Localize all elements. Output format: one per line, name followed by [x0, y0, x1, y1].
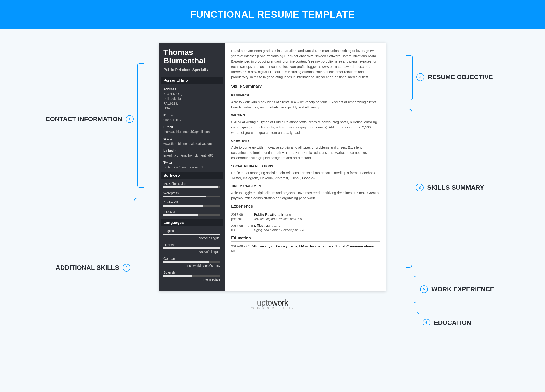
software-skill: MS Office Suite [163, 182, 220, 188]
callout-work: 5 WORK EXPERIENCE [420, 285, 494, 293]
footer: uptowork YOUR RESUME BUILDER [0, 291, 545, 316]
skill-block: WRITINGSkilled at writing all types of P… [231, 114, 380, 135]
exp-role: Office Assistant [254, 224, 380, 228]
person-name: Thomas Blumenthal [163, 48, 220, 65]
callout-number: 4 [123, 264, 130, 271]
skill-title: TIME MANAGEMENT [231, 184, 380, 188]
exp-org: Ogilvy and Mather, Philadelphia, PA [254, 228, 380, 232]
callout-label: CONTACT INFORMATION [45, 115, 122, 123]
edu-degree: University of Pennsylvania, MA in Journa… [254, 244, 380, 248]
label: Address [163, 87, 220, 92]
label: WWW [163, 137, 220, 141]
label: LinkedIn [163, 148, 220, 153]
language-skill: EnglishNative/bilingual [163, 229, 220, 240]
value: twitter.com/thommybloom81 [163, 165, 220, 170]
callout-contact: CONTACT INFORMATION 1 [45, 115, 134, 123]
callout-objective: 2 RESUME OBJECTIVE [416, 73, 493, 81]
skill-block: SOCIAL MEDIA RELATIONSProficient at mana… [231, 164, 380, 181]
skill-text: Skilled at writing all types of Public R… [231, 119, 380, 135]
bracket [410, 276, 416, 303]
lang-bar [163, 261, 220, 263]
lang-name: German [163, 257, 220, 260]
lang-bar [163, 247, 220, 249]
sidebar: Thomas Blumenthal Public Relations Speci… [159, 43, 225, 291]
bracket [137, 63, 143, 188]
exp-date: 2015-06 - 2015-08 [231, 224, 254, 233]
person-title: Public Relations Specialist [163, 67, 220, 72]
callout-label: WORK EXPERIENCE [432, 286, 494, 293]
info-address: Address 713 N 4th St, Philadelphia, PA 1… [163, 87, 220, 111]
callout-number: 6 [423, 319, 430, 325]
skill-text: Proficient at managing social media rela… [231, 170, 380, 181]
skills-summary-header: Skills Summary [231, 84, 380, 90]
education-header: Education [231, 236, 380, 241]
edu-date: 2012-08 - 2017-05 [231, 244, 254, 253]
lang-name: Spanish [163, 271, 220, 274]
education-row: 2012-08 - 2017-05University of Pennsylva… [231, 244, 380, 253]
lang-level: Full working proficiency [163, 264, 220, 267]
callout-number: 3 [416, 184, 423, 192]
value: thomas.j.blumenthal@gmail.com [163, 130, 220, 134]
software-header: Software [161, 172, 223, 179]
skill-title: WRITING [231, 114, 380, 117]
skill-title: CREATIVITY [231, 139, 380, 142]
skill-text: Able to work with many kinds of clients … [231, 99, 380, 110]
skill-block: CREATIVITYAble to come up with innovativ… [231, 139, 380, 161]
resume-objective: Results-driven Penn graduate in Journali… [231, 48, 380, 80]
brand-part2: work [272, 298, 288, 308]
callout-number: 5 [420, 285, 428, 293]
language-skill: GermanFull working proficiency [163, 257, 220, 267]
skill-block: TIME MANAGEMENTAble to juggle multiple c… [231, 184, 380, 201]
callout-skills: 3 SKILLS SUMMARY [416, 184, 484, 192]
lang-level: Intermediate [163, 278, 220, 281]
value: linkedin.com/me/thomblumenthal81 [163, 153, 220, 158]
info-phone: Phone 202-555-0173 [163, 113, 220, 122]
label: Twitter [163, 160, 220, 165]
callout-label: RESUME OBJECTIVE [428, 73, 493, 81]
callout-number: 2 [416, 73, 424, 81]
software-skill: Wordpress [163, 191, 220, 197]
skill-text: Able to juggle multiple clients and proj… [231, 190, 380, 201]
personal-info-header: Personal Info [161, 77, 223, 84]
footer-brand: uptowork [0, 298, 545, 308]
skill-name: MS Office Suite [163, 182, 220, 186]
info-email: E-mail thomas.j.blumenthal@gmail.com [163, 125, 220, 134]
label: E-mail [163, 125, 220, 130]
skill-bar [163, 196, 220, 197]
exp-date: 2017-09 - present [231, 212, 254, 221]
main-content: Results-driven Penn graduate in Journali… [225, 43, 386, 291]
skill-title: SOCIAL MEDIA RELATIONS [231, 164, 380, 168]
lang-bar [163, 234, 220, 235]
callout-number: 1 [126, 115, 134, 123]
skill-bar [163, 214, 220, 216]
label: Phone [163, 113, 220, 118]
experience-row: 2017-09 - presentPublic Relations Intern… [231, 212, 380, 221]
software-skill: InDesign [163, 210, 220, 216]
experience-row: 2015-06 - 2015-08Office AssistantOgilvy … [231, 224, 380, 233]
value: 202-555-0173 [163, 118, 220, 122]
brand-part1: upto [257, 298, 272, 308]
skill-bar [163, 205, 220, 207]
bracket [406, 109, 412, 268]
info-www: WWW www.thomblumenthalcreative.com [163, 137, 220, 146]
lang-level: Native/bilingual [163, 250, 220, 254]
footer-tagline: YOUR RESUME BUILDER [0, 307, 545, 309]
info-twitter: Twitter twitter.com/thommybloom81 [163, 160, 220, 170]
software-skill: Adobe PS [163, 200, 220, 207]
skill-name: Adobe PS [163, 200, 220, 204]
bracket [134, 198, 140, 325]
languages-header: Languages [161, 219, 223, 226]
callout-education: 6 EDUCATION [423, 319, 471, 325]
bracket [407, 55, 413, 101]
resume-document: Thomas Blumenthal Public Relations Speci… [159, 43, 386, 291]
value: www.thomblumenthalcreative.com [163, 141, 220, 146]
experience-header: Experience [231, 204, 380, 210]
exp-org: Adidas Originals, Philadelphia, PA [254, 217, 380, 221]
callout-label: EDUCATION [434, 319, 471, 325]
skill-name: InDesign [163, 210, 220, 213]
skill-name: Wordpress [163, 191, 220, 195]
banner-title: FUNCTIONAL RESUME TEMPLATE [0, 0, 545, 29]
skill-title: RESEARCH [231, 93, 380, 97]
info-linkedin: LinkedIn linkedin.com/me/thomblumenthal8… [163, 148, 220, 158]
skill-block: RESEARCHAble to work with many kinds of … [231, 93, 380, 110]
